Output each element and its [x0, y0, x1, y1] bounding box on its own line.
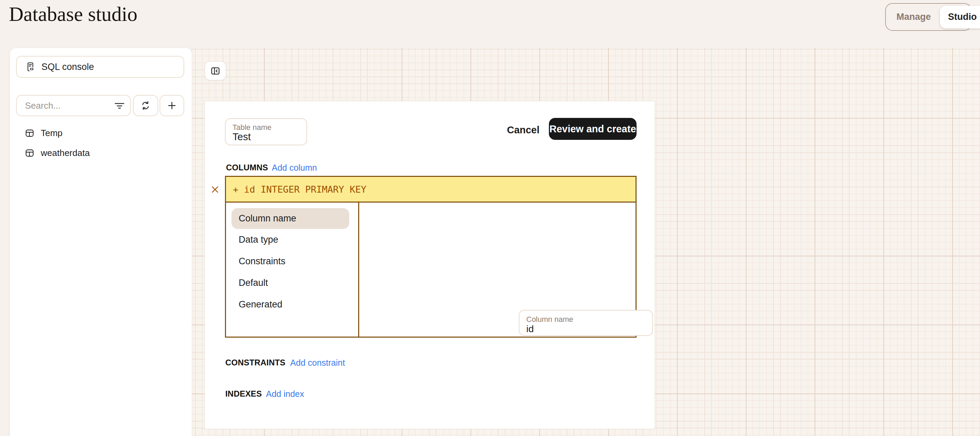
column-editor-menu-item[interactable]: Column name: [231, 208, 349, 229]
plus-icon: [167, 101, 177, 111]
collapse-panel-icon: [211, 66, 220, 76]
sidebar: SQL console: [10, 48, 192, 436]
sql-file-icon: [25, 61, 36, 72]
column-editor-menu-item[interactable]: Generated: [226, 294, 358, 315]
add-index-link[interactable]: Add index: [266, 389, 304, 399]
cancel-button[interactable]: Cancel: [503, 123, 544, 137]
indexes-section-header: INDEXES Add index: [225, 389, 304, 399]
table-name: Temp: [41, 128, 63, 139]
database-studio-app: Database studio Manage Studio SQL consol…: [0, 0, 980, 436]
search-input[interactable]: [25, 101, 115, 111]
view-toggle-option-label: Studio: [948, 12, 977, 22]
column-editor-menu-item[interactable]: Data type: [226, 229, 358, 251]
table-name-field-label: Table name: [232, 123, 272, 132]
indexes-heading: INDEXES: [225, 389, 262, 399]
column-editor-menu-item[interactable]: Constraints: [226, 251, 358, 272]
create-table-card: Table name Cancel Review and create COLU…: [204, 101, 655, 429]
column-editor-detail: Column name: [359, 203, 636, 337]
view-toggle-option[interactable]: Manage: [888, 6, 940, 29]
search-box: [16, 95, 131, 116]
add-column-link[interactable]: Add column: [272, 163, 317, 173]
table-list: Temp weatherdata: [10, 125, 192, 164]
column-name-field: Column name: [519, 310, 653, 336]
columns-heading: COLUMNS: [226, 163, 268, 172]
constraints-heading: CONSTRAINTS: [225, 358, 286, 367]
constraints-section-header: CONSTRAINTS Add constraint: [225, 358, 345, 368]
view-toggle-option-label: Manage: [896, 12, 931, 22]
sql-console-button[interactable]: SQL console: [16, 56, 184, 78]
grid-canvas: Table name Cancel Review and create COLU…: [192, 48, 980, 436]
add-constraint-link[interactable]: Add constraint: [290, 358, 345, 368]
view-toggle-option[interactable]: Studio: [940, 6, 980, 29]
view-toggle: Manage Studio: [885, 3, 972, 31]
column-editor: Column name Data type Constraints Defaul…: [225, 203, 636, 338]
refresh-icon: [140, 101, 151, 111]
column-name-input[interactable]: [526, 324, 646, 335]
table-icon: [25, 129, 34, 138]
column-editor-menu-item-label: Generated: [239, 299, 283, 310]
column-editor-menu-item-label: Default: [239, 278, 268, 288]
sidebar-table-item[interactable]: weatherdata: [10, 145, 192, 161]
table-icon: [25, 149, 34, 158]
column-name-field-label: Column name: [526, 315, 573, 324]
table-name-input[interactable]: [232, 131, 300, 142]
column-editor-menu-item-label: Data type: [239, 235, 278, 245]
sidebar-table-item[interactable]: Temp: [10, 125, 192, 141]
column-editor-menu-item-label: Constraints: [239, 256, 286, 267]
refresh-tables-button[interactable]: [133, 95, 158, 116]
page-title: Database studio: [9, 1, 137, 27]
columns-section-header: COLUMNS Add column: [226, 163, 317, 173]
column-editor-menu-item[interactable]: Default: [226, 272, 358, 294]
close-icon: [212, 186, 218, 193]
column-definition-row[interactable]: + id INTEGER PRIMARY KEY: [225, 176, 636, 203]
sql-console-label: SQL console: [41, 62, 94, 72]
add-table-button[interactable]: [159, 95, 184, 116]
table-name: weatherdata: [41, 148, 90, 158]
table-name-field: Table name: [225, 118, 307, 145]
filter-icon[interactable]: [115, 101, 125, 111]
review-and-create-button[interactable]: Review and create: [549, 118, 636, 140]
column-editor-menu: Column name Data type Constraints Defaul…: [226, 203, 359, 337]
collapse-sidebar-button[interactable]: [205, 61, 226, 80]
column-editor-menu-item-label: Column name: [239, 213, 296, 224]
remove-column-button[interactable]: [211, 185, 219, 194]
